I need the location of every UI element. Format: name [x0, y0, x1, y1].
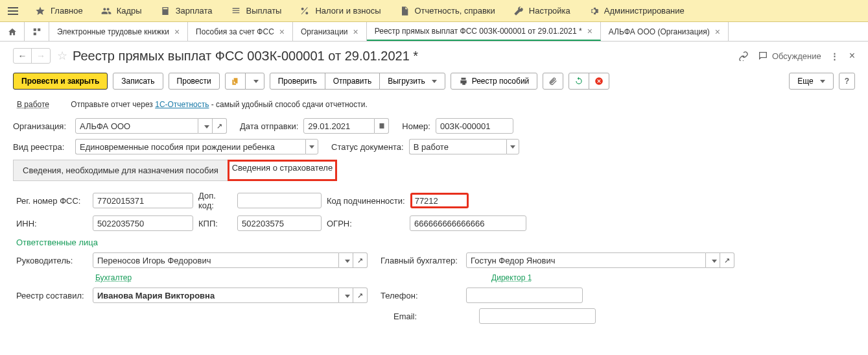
- send-button[interactable]: Отправить: [325, 73, 381, 90]
- sub-code-input[interactable]: 77212: [410, 193, 469, 208]
- inner-tab-insurer-info[interactable]: Сведения о страхователе: [228, 160, 337, 181]
- close-icon[interactable]: ×: [279, 27, 285, 37]
- discuss-button[interactable]: Обсуждение: [758, 51, 821, 61]
- page-title: Реестр прямых выплат ФСС 00ЗК-000001 от …: [73, 49, 738, 64]
- email-input[interactable]: [479, 308, 596, 324]
- chief-acc-open-button[interactable]: ↗: [720, 252, 734, 268]
- attach-button[interactable]: [543, 73, 563, 90]
- form-area: Организация: АЛЬФА ООО ↗ Дата отправки: …: [0, 116, 868, 341]
- reg-type-caret[interactable]: [305, 139, 318, 154]
- head-input[interactable]: Переносов Игорь Федорович: [93, 252, 339, 268]
- menu-taxes[interactable]: Налоги и взносы: [290, 0, 390, 22]
- accountant-link[interactable]: Бухгалтер: [95, 273, 132, 282]
- registry-button[interactable]: Реестр пособий: [451, 73, 538, 90]
- extra-code-input[interactable]: [237, 193, 322, 208]
- org-open-button[interactable]: ↗: [213, 118, 227, 134]
- inner-tab-benefit-info[interactable]: Сведения, необходимые для назначения пос…: [13, 160, 228, 181]
- close-icon[interactable]: ×: [174, 27, 180, 37]
- tabs-dropdown-button[interactable]: [25, 22, 49, 41]
- status-line: В работе Отправьте отчет через 1С-Отчетн…: [0, 96, 868, 116]
- director-link[interactable]: Директор 1: [491, 273, 532, 282]
- copy-menu-button[interactable]: [245, 73, 264, 90]
- inner-tabs: Сведения, необходимые для назначения пос…: [13, 160, 855, 181]
- send-date-input[interactable]: 29.01.2021: [303, 118, 375, 134]
- menu-payments[interactable]: Выплаты: [222, 0, 291, 22]
- tab-alpha[interactable]: АЛЬФА ООО (Организация) ×: [601, 22, 729, 41]
- head-select-button[interactable]: [339, 252, 353, 268]
- link-icon[interactable]: [738, 51, 749, 61]
- boxes-icon: [32, 27, 41, 36]
- inn-label: ИНН:: [16, 219, 93, 228]
- export-button[interactable]: Выгрузить: [379, 73, 445, 90]
- org-select-button[interactable]: [198, 118, 213, 134]
- ogrn-input[interactable]: 666666666666666: [410, 215, 526, 231]
- menu-label: Зарплата: [176, 6, 213, 16]
- home-button[interactable]: [0, 22, 25, 41]
- tab-fss-benefits[interactable]: Пособия за счет ФСС ×: [188, 22, 293, 41]
- back-button[interactable]: ←: [14, 49, 32, 63]
- tab-label: Организации: [301, 27, 348, 36]
- chief-acc-select-button[interactable]: [706, 252, 720, 268]
- tab-organizations[interactable]: Организации ×: [293, 22, 367, 41]
- doc-status-select[interactable]: В работе: [409, 139, 506, 154]
- discuss-label: Обсуждение: [772, 51, 821, 61]
- compiled-input[interactable]: Иванова Мария Викторовна: [93, 288, 339, 303]
- help-button[interactable]: ?: [839, 73, 855, 90]
- kpp-input[interactable]: 502203575: [237, 215, 322, 231]
- tab-label: АЛЬФА ООО (Организация): [609, 27, 710, 36]
- number-input[interactable]: 00ЗК-000001: [436, 118, 513, 134]
- wrench-icon: [513, 6, 524, 16]
- menu-label: Главное: [51, 6, 83, 16]
- open-tabs-bar: Электронные трудовые книжки × Пособия за…: [0, 22, 868, 42]
- save-button[interactable]: Записать: [113, 73, 163, 90]
- compiled-select-button[interactable]: [339, 288, 353, 303]
- kebab-icon[interactable]: ⋮: [830, 51, 840, 61]
- tab-registry[interactable]: Реестр прямых выплат ФСС 00ЗК-000001 от …: [367, 22, 601, 41]
- menu-admin[interactable]: Администрирование: [580, 0, 694, 22]
- menu-label: Выплаты: [246, 6, 282, 16]
- close-icon[interactable]: ×: [587, 26, 592, 36]
- tab-workbooks[interactable]: Электронные трудовые книжки ×: [49, 22, 188, 41]
- inn-input[interactable]: 5022035750: [93, 215, 193, 231]
- doc-status-caret[interactable]: [506, 139, 519, 154]
- hint-suffix: - самый удобный способ сдачи отчетности.: [209, 100, 367, 109]
- status-label[interactable]: В работе: [17, 100, 49, 109]
- calculator-icon: [160, 6, 170, 16]
- head-open-button[interactable]: ↗: [353, 252, 368, 268]
- close-icon[interactable]: ×: [353, 27, 358, 37]
- refresh-button[interactable]: [569, 73, 589, 90]
- close-page-icon[interactable]: ×: [849, 50, 855, 62]
- phone-label: Телефон:: [381, 291, 466, 300]
- percent-icon: [299, 6, 310, 16]
- compiled-open-button[interactable]: ↗: [353, 288, 368, 303]
- tab-label: Пособия за счет ФСС: [196, 27, 274, 36]
- email-label: Email:: [393, 312, 479, 321]
- hamburger-button[interactable]: [0, 0, 26, 22]
- cancel-button[interactable]: [589, 73, 609, 90]
- check-button[interactable]: Проверить: [270, 73, 325, 90]
- doc-status-label: Статус документа:: [331, 142, 409, 152]
- gear-icon: [589, 6, 599, 16]
- copy-button[interactable]: [225, 73, 246, 90]
- close-icon[interactable]: ×: [715, 27, 720, 37]
- more-button[interactable]: Еще: [789, 73, 833, 90]
- menu-main[interactable]: Главное: [26, 0, 92, 22]
- menu-settings[interactable]: Настройка: [504, 0, 580, 22]
- menu-reports[interactable]: Отчетность, справки: [390, 0, 504, 22]
- chief-acc-input[interactable]: Гостун Федор Янович: [466, 252, 706, 268]
- reg-type-select[interactable]: Единовременные пособия при рождении ребе…: [75, 139, 305, 154]
- forward-button[interactable]: →: [32, 49, 50, 63]
- chat-icon: [758, 51, 768, 61]
- compiled-label: Реестр составил:: [16, 291, 93, 300]
- commit-close-button[interactable]: Провести и закрыть: [13, 73, 108, 90]
- report-link[interactable]: 1С-Отчетность: [155, 100, 209, 109]
- menu-personnel[interactable]: Кадры: [92, 0, 151, 22]
- printer-icon: [459, 77, 468, 86]
- post-button[interactable]: Провести: [169, 73, 220, 90]
- phone-input[interactable]: [466, 288, 583, 303]
- org-input[interactable]: АЛЬФА ООО: [75, 118, 198, 134]
- date-picker-button[interactable]: [375, 118, 389, 134]
- reg-fss-input[interactable]: 7702015371: [93, 193, 193, 208]
- favorite-star-icon[interactable]: ☆: [57, 49, 67, 63]
- menu-salary[interactable]: Зарплата: [151, 0, 222, 22]
